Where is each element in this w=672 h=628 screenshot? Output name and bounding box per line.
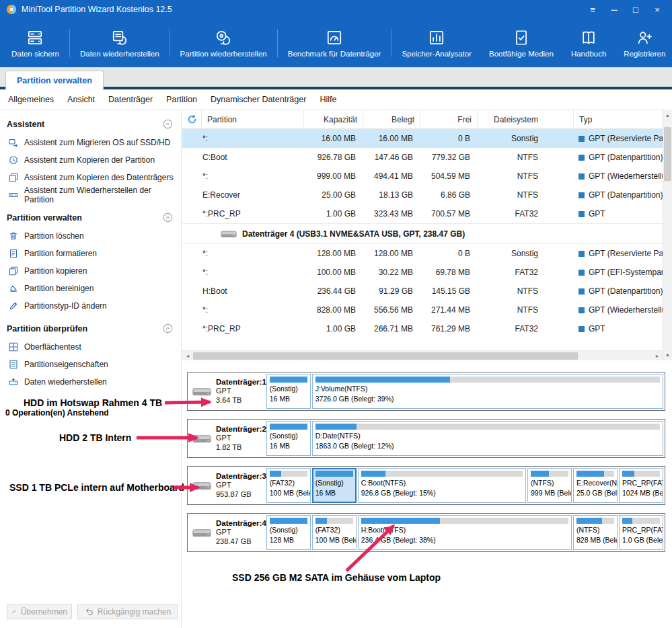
apply-button[interactable]: Übernehmen [7, 604, 72, 619]
disk-info[interactable]: Datenträger:4GPT238.47 GB [189, 515, 266, 550]
table-row[interactable]: *:128.00 MB128.00 MB0 BSonstigGPT (Reser… [182, 244, 663, 263]
partition-block[interactable]: E:Recover(NT25.0 GB (Bele [573, 468, 618, 503]
table-row[interactable]: *:PRC_RP1.00 GB266.71 MB761.29 MBFAT32GP… [182, 319, 663, 338]
usage-bar-fill [315, 377, 450, 383]
toolbar-item-registrieren[interactable]: Registrieren [615, 19, 672, 67]
table-row[interactable]: *:999.00 MB494.41 MB504.59 MBNTFSGPT (Wi… [182, 167, 663, 186]
column-kapazitaet[interactable]: Kapazität [303, 110, 363, 128]
partition-block[interactable]: (NTFS)828 MB (Bele [573, 515, 618, 550]
menu-partition[interactable]: Partition [159, 95, 204, 104]
partition-label: (FAT32) [270, 478, 307, 488]
partition-block[interactable]: (Sonstig)128 MB [266, 515, 311, 550]
sidebar-item-assistent-zum-kopieren-der-partition[interactable]: Assistent zum Kopieren der Partition [0, 151, 181, 169]
partition-block[interactable]: (FAT32)100 MB (Bele [266, 468, 311, 503]
menu-dynamischer-datenträger[interactable]: Dynamischer Datenträger [204, 95, 313, 104]
disk-icon [192, 527, 211, 539]
usage-bar [315, 518, 353, 524]
table-row[interactable]: C:Boot926.78 GB147.46 GB779.32 GBNTFSGPT… [182, 148, 663, 167]
table-row[interactable]: H:Boot236.44 GB91.29 GB145.15 GBNTFSGPT … [182, 282, 663, 301]
toolbar-item-handbuch[interactable]: Handbuch [562, 19, 615, 67]
usage-bar [576, 471, 614, 477]
toolbar-item-benchmark-für-datenträger[interactable]: Benchmark für Datenträger [279, 19, 390, 67]
refresh-cell[interactable] [182, 110, 201, 128]
toolbar-item-speicher-analysator[interactable]: Speicher-Analysator [393, 19, 480, 67]
sidebar-item-label: Partition formatieren [24, 249, 97, 258]
menu-ansicht[interactable]: Ansicht [61, 95, 102, 104]
partition-size: 828 MB (Bele [576, 535, 614, 545]
disk-info[interactable]: Datenträger:1GPT3.64 TB [189, 374, 266, 409]
partition-block[interactable]: (Sonstig)16 MB [312, 468, 357, 503]
sidebar-item-assistent-zum-kopieren-des-datenträgers[interactable]: Assistent zum Kopieren des Datenträgers [0, 169, 181, 186]
usage-bar [270, 424, 307, 430]
collapse-section-button[interactable] [163, 212, 173, 223]
partition-block[interactable]: D:Date(NTFS)1863.0 GB (Belegt: 12%) [312, 421, 663, 456]
column-dateisystem[interactable]: Dateisystem [477, 110, 573, 128]
menu-button[interactable]: ≡ [582, 0, 603, 19]
menu-datenträger[interactable]: Datenträger [102, 95, 159, 104]
maximize-button[interactable]: □ [625, 0, 646, 19]
sidebar-item-assistent-zum-wiederherstellen-der-partition[interactable]: Assistent zum Wiederherstellen der Parti… [0, 186, 181, 204]
toolbar-item-daten-wiederherstellen[interactable]: Daten wiederherstellen [71, 19, 168, 67]
table-row[interactable]: *:828.00 MB556.56 MB271.44 MBNTFSGPT (Wi… [182, 301, 663, 319]
sidebar-item-partitionseigenschaften[interactable]: Partitionseigenschaften [0, 356, 181, 373]
sidebar-item-oberflächentest[interactable]: Oberflächentest [0, 338, 181, 356]
scroll-down-button[interactable]: ▼ [663, 350, 672, 360]
sidebar-item-partition-bereinigen[interactable]: Partition bereinigen [0, 280, 181, 297]
minimize-button[interactable]: ─ [603, 0, 625, 19]
refresh-icon [187, 114, 197, 124]
section-title: Assistent [7, 120, 44, 129]
collapse-section-button[interactable] [163, 323, 173, 333]
apply-button-label: Übernehmen [21, 607, 67, 617]
partition-block[interactable]: (FAT32)100 MB (Bele [312, 515, 357, 550]
usage-bar-fill [531, 471, 549, 477]
scroll-right-button[interactable]: ► [652, 351, 662, 360]
vertical-scroll-thumb[interactable] [664, 127, 671, 181]
data-recovery-icon [9, 377, 18, 387]
toolbar-item-bootfähige-medien[interactable]: Bootfähige Medien [480, 19, 562, 67]
partition-size: 236.4 GB (Belegt: 38%) [361, 535, 568, 545]
cell-type: GPT (Wiederherstellung [573, 301, 663, 319]
partition-block[interactable]: J:Volume(NTFS)3726.0 GB (Belegt: 39%) [312, 374, 663, 409]
sidebar-item-partition-kopieren[interactable]: Partition kopieren [0, 262, 181, 280]
scroll-left-button[interactable]: ◄ [183, 351, 192, 360]
type-label: GPT [589, 324, 605, 333]
table-row[interactable]: *:100.00 MB30.22 MB69.78 MBFAT32GPT (EFI… [182, 263, 663, 282]
undo-button[interactable]: Rückgängig machen [77, 604, 178, 619]
table-row[interactable]: E:Recover25.00 GB18.13 GB6.86 GBNTFSGPT … [182, 186, 663, 204]
sidebar-item-daten-wiederherstellen[interactable]: Daten wiederherstellen [0, 373, 181, 391]
cell-free: 6.86 GB [420, 186, 477, 204]
close-button[interactable]: × [646, 0, 668, 19]
menu-hilfe[interactable]: Hilfe [313, 95, 343, 104]
toolbar-item-daten-sichern[interactable]: Daten sichern [3, 19, 68, 67]
partition-block[interactable]: (NTFS)999 MB (Bele [527, 468, 572, 503]
horizontal-scrollbar[interactable]: ◄ ► [182, 350, 663, 360]
column-belegt[interactable]: Belegt [363, 110, 420, 128]
horizontal-scroll-thumb[interactable] [193, 352, 578, 360]
partition-block[interactable]: PRC_RP(FAT31.0 GB (Beleg [619, 515, 663, 550]
partition-label: (NTFS) [576, 525, 614, 535]
collapse-section-button[interactable] [163, 119, 173, 129]
sidebar-item-assistent-zum-migrieren-os-auf-ssd-hd[interactable]: Assistent zum Migrieren OS auf SSD/HD [0, 134, 181, 151]
column-frei[interactable]: Frei [420, 110, 477, 128]
column-typ[interactable]: Typ [573, 110, 663, 128]
sidebar-item-partition-löschen[interactable]: Partition löschen [0, 227, 181, 245]
tab-partition-verwalten[interactable]: Partition verwalten [5, 71, 104, 90]
disk-info[interactable]: Datenträger:3GPT953.87 GB [189, 468, 266, 503]
partition-label: PRC_RP(FAT3 [622, 525, 660, 535]
scroll-up-button[interactable]: ▲ [663, 110, 672, 120]
sidebar-item-partition-formatieren[interactable]: Partition formatieren [0, 245, 181, 262]
cell-partition: H:Boot [182, 282, 303, 301]
menu-allgemeines[interactable]: Allgemeines [1, 95, 61, 104]
column-partition[interactable]: Partition [201, 110, 303, 128]
toolbar-item-partition-wiederherstellen[interactable]: Partition wiederherstellen [172, 19, 276, 67]
partition-block[interactable]: H:Boot(NTFS)236.4 GB (Belegt: 38%) [358, 515, 572, 550]
sidebar-item-partitionstyp-id-ändern[interactable]: Partitionstyp-ID ändern [0, 297, 181, 315]
table-row[interactable]: *:PRC_RP1.00 GB323.43 MB700.57 MBFAT32GP… [182, 204, 663, 223]
partition-block[interactable]: PRC_RP(FAT31024 MB (Bel [619, 468, 663, 503]
partition-block[interactable]: (Sonstig)16 MB [266, 421, 311, 456]
disk-info[interactable]: Datenträger:2GPT1.82 TB [189, 421, 266, 456]
partition-block[interactable]: (Sonstig)16 MB [266, 374, 311, 409]
table-row[interactable]: *:16.00 MB16.00 MB0 BSonstigGPT (Reservi… [182, 129, 663, 148]
partition-block[interactable]: C:Boot(NTFS)926.8 GB (Belegt: 15%) [358, 468, 526, 503]
vertical-scrollbar[interactable]: ▲ ▼ [663, 110, 672, 360]
